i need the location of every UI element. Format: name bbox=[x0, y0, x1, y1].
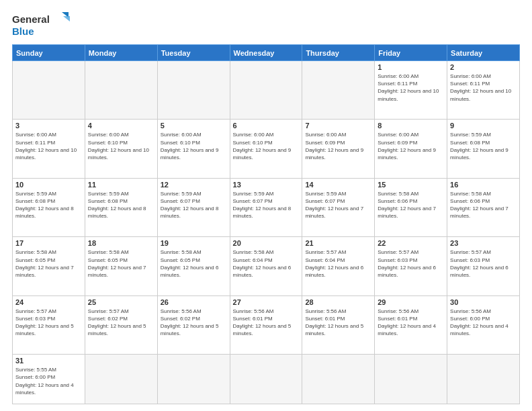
calendar-week-row: 3Sunrise: 6:00 AM Sunset: 6:11 PM Daylig… bbox=[13, 120, 520, 178]
header: General Blue bbox=[12, 11, 520, 39]
calendar-cell: 14Sunrise: 5:59 AM Sunset: 6:07 PM Dayli… bbox=[302, 178, 375, 236]
calendar-cell: 13Sunrise: 5:59 AM Sunset: 6:07 PM Dayli… bbox=[230, 178, 302, 236]
calendar-cell: 15Sunrise: 5:58 AM Sunset: 6:06 PM Dayli… bbox=[375, 178, 447, 236]
day-info: Sunrise: 6:00 AM Sunset: 6:09 PM Dayligh… bbox=[305, 131, 371, 161]
calendar-cell bbox=[375, 355, 447, 404]
calendar-cell: 28Sunrise: 5:56 AM Sunset: 6:01 PM Dayli… bbox=[302, 295, 375, 354]
day-number: 24 bbox=[15, 298, 82, 306]
day-info: Sunrise: 5:56 AM Sunset: 6:01 PM Dayligh… bbox=[305, 308, 371, 338]
day-info: Sunrise: 6:00 AM Sunset: 6:11 PM Dayligh… bbox=[15, 131, 82, 161]
day-info: Sunrise: 5:56 AM Sunset: 6:01 PM Dayligh… bbox=[233, 308, 300, 338]
calendar-cell: 10Sunrise: 5:59 AM Sunset: 6:08 PM Dayli… bbox=[13, 178, 85, 236]
day-number: 15 bbox=[378, 181, 444, 189]
day-info: Sunrise: 6:00 AM Sunset: 6:09 PM Dayligh… bbox=[378, 131, 444, 161]
day-number: 30 bbox=[450, 298, 517, 306]
calendar-cell: 20Sunrise: 5:58 AM Sunset: 6:04 PM Dayli… bbox=[230, 237, 302, 295]
calendar-cell bbox=[230, 355, 302, 404]
day-info: Sunrise: 5:58 AM Sunset: 6:05 PM Dayligh… bbox=[88, 248, 154, 279]
day-number: 6 bbox=[233, 122, 300, 130]
day-number: 23 bbox=[450, 239, 517, 247]
calendar-week-row: 1Sunrise: 6:00 AM Sunset: 6:11 PM Daylig… bbox=[13, 61, 520, 120]
day-info: Sunrise: 5:59 AM Sunset: 6:07 PM Dayligh… bbox=[233, 190, 300, 220]
calendar-cell: 26Sunrise: 5:56 AM Sunset: 6:02 PM Dayli… bbox=[157, 295, 230, 354]
logo-area: General Blue bbox=[12, 11, 73, 39]
day-number: 12 bbox=[161, 181, 227, 189]
calendar-cell bbox=[157, 355, 230, 404]
day-number: 19 bbox=[161, 239, 227, 247]
calendar-cell: 4Sunrise: 6:00 AM Sunset: 6:10 PM Daylig… bbox=[85, 120, 157, 178]
calendar-cell bbox=[85, 355, 157, 404]
day-info: Sunrise: 5:58 AM Sunset: 6:04 PM Dayligh… bbox=[233, 248, 300, 279]
calendar-cell: 24Sunrise: 5:57 AM Sunset: 6:03 PM Dayli… bbox=[13, 295, 85, 354]
day-number: 31 bbox=[15, 357, 82, 365]
calendar-week-row: 31Sunrise: 5:55 AM Sunset: 6:00 PM Dayli… bbox=[13, 355, 520, 404]
day-number: 20 bbox=[233, 239, 300, 247]
page: General Blue SundayMondayTuesdayWednesda… bbox=[0, 0, 532, 411]
day-number: 2 bbox=[450, 63, 517, 71]
day-number: 29 bbox=[378, 298, 444, 306]
calendar-cell: 30Sunrise: 5:56 AM Sunset: 6:00 PM Dayli… bbox=[447, 295, 520, 354]
calendar-cell: 11Sunrise: 5:59 AM Sunset: 6:08 PM Dayli… bbox=[85, 178, 157, 236]
day-number: 21 bbox=[305, 239, 371, 247]
calendar-cell bbox=[85, 61, 157, 120]
day-info: Sunrise: 6:00 AM Sunset: 6:11 PM Dayligh… bbox=[378, 73, 444, 103]
day-info: Sunrise: 5:57 AM Sunset: 6:03 PM Dayligh… bbox=[378, 248, 444, 279]
day-number: 28 bbox=[305, 298, 371, 306]
calendar-cell: 16Sunrise: 5:58 AM Sunset: 6:06 PM Dayli… bbox=[447, 178, 520, 236]
day-info: Sunrise: 5:58 AM Sunset: 6:06 PM Dayligh… bbox=[450, 190, 517, 220]
day-header-wednesday: Wednesday bbox=[230, 45, 302, 61]
day-info: Sunrise: 5:56 AM Sunset: 6:02 PM Dayligh… bbox=[161, 308, 227, 338]
calendar-week-row: 10Sunrise: 5:59 AM Sunset: 6:08 PM Dayli… bbox=[13, 178, 520, 236]
day-number: 16 bbox=[450, 181, 517, 189]
day-number: 10 bbox=[15, 181, 82, 189]
day-info: Sunrise: 5:55 AM Sunset: 6:00 PM Dayligh… bbox=[15, 366, 82, 396]
calendar-cell: 5Sunrise: 6:00 AM Sunset: 6:10 PM Daylig… bbox=[157, 120, 230, 178]
calendar-cell: 23Sunrise: 5:57 AM Sunset: 6:03 PM Dayli… bbox=[447, 237, 520, 295]
calendar-cell bbox=[302, 355, 375, 404]
logo-icon: General Blue bbox=[12, 11, 73, 39]
calendar-table: SundayMondayTuesdayWednesdayThursdayFrid… bbox=[12, 44, 520, 404]
day-info: Sunrise: 6:00 AM Sunset: 6:10 PM Dayligh… bbox=[88, 131, 154, 161]
day-info: Sunrise: 5:56 AM Sunset: 6:00 PM Dayligh… bbox=[450, 308, 517, 338]
day-info: Sunrise: 5:59 AM Sunset: 6:07 PM Dayligh… bbox=[161, 190, 227, 220]
day-number: 7 bbox=[305, 122, 371, 130]
calendar-cell: 9Sunrise: 5:59 AM Sunset: 6:08 PM Daylig… bbox=[447, 120, 520, 178]
calendar-cell: 17Sunrise: 5:58 AM Sunset: 6:05 PM Dayli… bbox=[13, 237, 85, 295]
day-info: Sunrise: 5:57 AM Sunset: 6:03 PM Dayligh… bbox=[15, 308, 82, 338]
day-header-friday: Friday bbox=[375, 45, 447, 61]
day-number: 4 bbox=[88, 122, 154, 130]
day-header-saturday: Saturday bbox=[447, 45, 520, 61]
day-number: 18 bbox=[88, 239, 154, 247]
day-number: 1 bbox=[378, 63, 444, 71]
calendar-cell bbox=[157, 61, 230, 120]
day-number: 17 bbox=[15, 239, 82, 247]
day-info: Sunrise: 5:59 AM Sunset: 6:08 PM Dayligh… bbox=[15, 190, 82, 220]
calendar-week-row: 24Sunrise: 5:57 AM Sunset: 6:03 PM Dayli… bbox=[13, 295, 520, 354]
day-number: 27 bbox=[233, 298, 300, 306]
svg-text:General: General bbox=[12, 13, 50, 25]
day-info: Sunrise: 6:00 AM Sunset: 6:10 PM Dayligh… bbox=[233, 131, 300, 161]
svg-text:Blue: Blue bbox=[12, 26, 34, 37]
day-info: Sunrise: 5:58 AM Sunset: 6:05 PM Dayligh… bbox=[15, 248, 82, 279]
calendar-cell: 8Sunrise: 6:00 AM Sunset: 6:09 PM Daylig… bbox=[375, 120, 447, 178]
calendar-cell: 18Sunrise: 5:58 AM Sunset: 6:05 PM Dayli… bbox=[85, 237, 157, 295]
day-number: 9 bbox=[450, 122, 517, 130]
calendar-cell: 6Sunrise: 6:00 AM Sunset: 6:10 PM Daylig… bbox=[230, 120, 302, 178]
day-info: Sunrise: 5:58 AM Sunset: 6:06 PM Dayligh… bbox=[378, 190, 444, 220]
calendar-cell bbox=[230, 61, 302, 120]
day-info: Sunrise: 5:58 AM Sunset: 6:05 PM Dayligh… bbox=[161, 248, 227, 279]
day-number: 25 bbox=[88, 298, 154, 306]
calendar-cell bbox=[447, 355, 520, 404]
day-number: 13 bbox=[233, 181, 300, 189]
day-number: 26 bbox=[161, 298, 227, 306]
calendar-cell: 12Sunrise: 5:59 AM Sunset: 6:07 PM Dayli… bbox=[157, 178, 230, 236]
day-number: 11 bbox=[88, 181, 154, 189]
calendar-cell: 21Sunrise: 5:57 AM Sunset: 6:04 PM Dayli… bbox=[302, 237, 375, 295]
calendar-cell bbox=[13, 61, 85, 120]
calendar-cell: 3Sunrise: 6:00 AM Sunset: 6:11 PM Daylig… bbox=[13, 120, 85, 178]
calendar-cell: 25Sunrise: 5:57 AM Sunset: 6:02 PM Dayli… bbox=[85, 295, 157, 354]
calendar-cell: 2Sunrise: 6:00 AM Sunset: 6:11 PM Daylig… bbox=[447, 61, 520, 120]
calendar-cell: 19Sunrise: 5:58 AM Sunset: 6:05 PM Dayli… bbox=[157, 237, 230, 295]
day-number: 8 bbox=[378, 122, 444, 130]
day-info: Sunrise: 6:00 AM Sunset: 6:11 PM Dayligh… bbox=[450, 73, 517, 103]
